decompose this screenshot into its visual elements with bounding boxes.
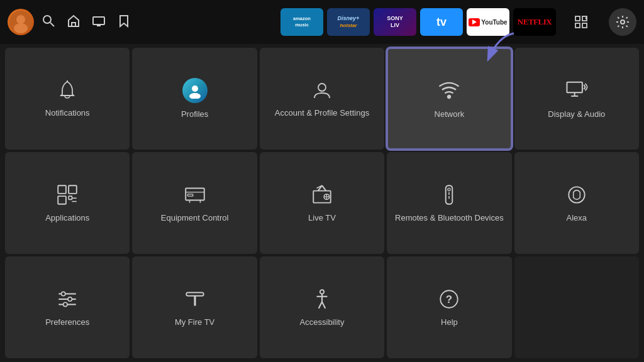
bookmark-icon[interactable] (117, 14, 131, 31)
grid-item-preferences[interactable]: Preferences (5, 256, 130, 358)
grid-item-notifications[interactable]: Notifications (5, 48, 130, 150)
grid-item-accessibility[interactable]: Accessibility (260, 256, 384, 358)
equipment-control-label: Equipment Control (158, 213, 231, 224)
svg-point-19 (318, 84, 326, 91)
profiles-icon (182, 78, 208, 103)
grid-item-help[interactable]: ? Help (387, 256, 511, 358)
grid-item-remotes-bluetooth[interactable]: Remotes & Bluetooth Devices (387, 152, 511, 254)
svg-line-57 (319, 302, 322, 309)
search-icon[interactable] (42, 14, 55, 31)
home-icon[interactable] (67, 14, 80, 31)
app-amazon-music[interactable]: amazonmusic (280, 8, 323, 36)
grid-item-profiles[interactable]: Profiles (132, 48, 257, 150)
help-label: Help (438, 317, 460, 328)
display-audio-label: Display & Audio (545, 109, 608, 120)
app-youtube[interactable]: YouTube (467, 8, 509, 36)
tv-icon[interactable] (92, 14, 106, 31)
app-grid[interactable] (560, 8, 602, 36)
applications-label: Applications (43, 213, 92, 224)
app-tv[interactable]: tv (420, 8, 463, 36)
svg-point-49 (62, 292, 65, 295)
accessibility-label: Accessibility (297, 317, 347, 328)
svg-point-50 (68, 297, 72, 300)
app-sony-liv[interactable]: SONYLIV (374, 8, 416, 36)
app-netflix[interactable]: NETFLIX (513, 8, 556, 36)
live-tv-label: Live TV (306, 213, 338, 224)
user-avatar[interactable] (8, 9, 34, 35)
notifications-label: Notifications (43, 108, 92, 119)
preferences-label: Preferences (43, 317, 92, 328)
my-fire-tv-label: My Fire TV (172, 317, 217, 328)
svg-rect-26 (69, 185, 77, 194)
svg-rect-52 (186, 292, 203, 295)
svg-rect-5 (72, 23, 75, 26)
svg-line-4 (50, 23, 54, 26)
svg-rect-25 (58, 185, 66, 194)
svg-point-54 (320, 290, 324, 293)
nav-icons (42, 14, 131, 31)
grid-item-account-profile[interactable]: Account & Profile Settings (260, 48, 384, 150)
svg-rect-12 (582, 23, 587, 28)
svg-point-51 (64, 302, 67, 306)
profiles-label: Profiles (179, 109, 211, 120)
app-tiles: amazonmusic Disney+hotstar SONYLIV tv Yo… (280, 8, 636, 36)
network-label: Network (432, 109, 467, 120)
grid-item-empty (514, 256, 639, 358)
svg-point-3 (43, 16, 51, 23)
svg-rect-27 (58, 196, 66, 204)
grid-item-my-fire-tv[interactable]: My Fire TV (132, 256, 257, 358)
svg-point-17 (192, 85, 198, 92)
svg-text:?: ? (446, 293, 452, 305)
svg-rect-9 (575, 16, 580, 21)
svg-rect-28 (69, 196, 72, 199)
grid-item-network[interactable]: Network (387, 48, 511, 150)
alexa-label: Alexa (564, 213, 590, 224)
svg-rect-6 (93, 17, 104, 25)
grid-item-equipment-control[interactable]: Equipment Control (132, 152, 257, 254)
settings-grid: Notifications Profiles Account & Profile… (0, 44, 644, 362)
top-navigation: amazonmusic Disney+hotstar SONYLIV tv Yo… (0, 0, 644, 44)
svg-point-45 (569, 187, 584, 202)
app-disney-hotstar[interactable]: Disney+hotstar (327, 8, 370, 36)
settings-button[interactable] (609, 8, 636, 36)
grid-item-applications[interactable]: Applications (5, 152, 130, 254)
svg-point-15 (621, 20, 625, 24)
svg-point-21 (448, 95, 450, 97)
svg-line-58 (322, 302, 325, 309)
grid-item-alexa[interactable]: Alexa (514, 152, 639, 254)
grid-item-display-audio[interactable]: Display & Audio (514, 48, 639, 150)
svg-rect-33 (187, 194, 192, 195)
svg-point-1 (16, 15, 25, 24)
svg-point-2 (14, 23, 28, 33)
svg-rect-11 (575, 23, 580, 28)
svg-point-18 (189, 93, 201, 99)
account-profile-label: Account & Profile Settings (272, 108, 372, 119)
grid-item-live-tv[interactable]: Live TV (260, 152, 384, 254)
remotes-bluetooth-label: Remotes & Bluetooth Devices (392, 213, 506, 224)
svg-rect-22 (567, 82, 582, 92)
svg-point-42 (448, 188, 450, 190)
